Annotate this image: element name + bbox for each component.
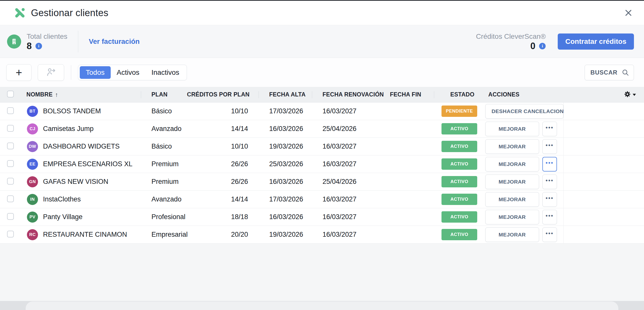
row-gutter [564, 138, 644, 155]
modal-header: Gestionar clientes [0, 1, 644, 25]
renewal-date-cell: 25/04/2026 [312, 178, 379, 186]
row-checkbox[interactable] [7, 231, 14, 237]
row-checkbox[interactable] [7, 125, 14, 132]
stats-bar: Total clientes 8 i Ver facturación Crédi… [0, 25, 644, 58]
search-input[interactable]: BUSCAR [585, 65, 634, 80]
credits-cell: 14/14 [189, 125, 259, 133]
start-date-cell: 16/03/2026 [259, 178, 312, 186]
filter-tab-inactivos[interactable]: Inactivos [145, 66, 185, 79]
invite-user-button[interactable] [38, 64, 64, 81]
row-checkbox[interactable] [7, 143, 14, 149]
info-icon[interactable]: i [35, 43, 42, 49]
row-action-button[interactable]: MEJORAR [485, 210, 539, 224]
total-clients-label: Total clientes [27, 32, 67, 41]
row-menu-button[interactable]: ••• [542, 175, 557, 189]
client-avatar: CJ [27, 123, 38, 134]
backdrop-window-card [26, 301, 618, 310]
credits-cell: 18/18 [189, 213, 259, 221]
divider [71, 65, 71, 80]
row-gutter [564, 191, 644, 208]
table-row: EE EMPRESA ESCENARIOS XL Premium 26/26 2… [0, 155, 644, 173]
status-badge: ACTIVO [441, 229, 477, 240]
client-avatar: GN [27, 176, 38, 187]
renewal-date-cell: 16/03/2027 [312, 195, 379, 203]
row-action-button[interactable]: MEJORAR [485, 122, 539, 136]
table-body: BT BOLSOS TANDEM Básico 10/10 17/03/2026… [0, 102, 644, 244]
column-header-acciones: ACCIONES [484, 91, 564, 98]
credits-cell: 10/10 [189, 143, 259, 150]
credits-value: 0 [530, 42, 535, 51]
status-badge: PENDIENTE [441, 106, 477, 117]
row-action-button[interactable]: MEJORAR [485, 227, 539, 242]
select-all-checkbox[interactable] [7, 91, 14, 97]
row-checkbox[interactable] [7, 107, 14, 114]
row-action-button[interactable]: DESHACER CANCELACION [485, 104, 564, 119]
start-date-cell: 19/03/2026 [259, 143, 312, 150]
info-icon[interactable]: i [539, 43, 546, 49]
close-icon[interactable] [622, 7, 634, 19]
status-badge: ACTIVO [441, 211, 477, 223]
start-date-cell: 17/03/2026 [259, 195, 312, 203]
status-badge: ACTIVO [441, 123, 477, 134]
column-header-estado: ESTADO [434, 91, 484, 98]
renewal-date-cell: 16/03/2027 [312, 160, 379, 168]
sort-asc-icon: ↑ [55, 91, 58, 98]
app-logo-icon [14, 7, 26, 19]
filter-tab-activos[interactable]: Activos [111, 66, 145, 79]
row-menu-button[interactable]: ••• [542, 192, 557, 207]
chevron-down-icon [633, 92, 636, 97]
column-header-creditos[interactable]: CRÉDITOS POR PLAN [189, 91, 259, 98]
status-badge: ACTIVO [441, 194, 477, 205]
row-menu-button[interactable]: ••• [542, 157, 557, 171]
table-row: BT BOLSOS TANDEM Básico 10/10 17/03/2026… [0, 102, 644, 120]
view-billing-link[interactable]: Ver facturación [89, 38, 140, 46]
row-menu-button[interactable]: ••• [542, 139, 557, 154]
start-date-cell: 16/03/2026 [259, 213, 312, 221]
row-action-button[interactable]: MEJORAR [485, 192, 539, 207]
row-menu-button[interactable]: ••• [542, 227, 557, 242]
column-header-fecha-alta[interactable]: FECHA ALTA [259, 91, 312, 98]
add-client-button[interactable]: + [6, 64, 31, 81]
row-checkbox[interactable] [7, 213, 14, 220]
row-menu-button[interactable]: ••• [542, 122, 557, 136]
plan-cell: Avanzado [141, 125, 189, 133]
row-action-button[interactable]: MEJORAR [485, 157, 539, 171]
client-avatar: RC [27, 229, 38, 240]
table-row: CJ Camisetas Jump Avanzado 14/14 16/03/2… [0, 120, 644, 138]
row-action-button[interactable]: MEJORAR [485, 139, 539, 154]
client-name: EMPRESA ESCENARIOS XL [43, 160, 133, 168]
row-checkbox[interactable] [7, 195, 14, 202]
column-header-fecha-fin[interactable]: FECHA FIN [379, 91, 434, 98]
row-gutter [564, 226, 644, 243]
row-checkbox[interactable] [7, 160, 14, 167]
buy-credits-button[interactable]: Contratar créditos [558, 33, 634, 50]
renewal-date-cell: 16/03/2027 [312, 143, 379, 150]
client-avatar: EE [27, 159, 38, 170]
status-filter: Todos Activos Inactivos [78, 65, 187, 80]
start-date-cell: 17/03/2026 [259, 107, 312, 115]
row-menu-button[interactable]: ••• [542, 210, 557, 224]
row-gutter [564, 173, 644, 190]
row-gutter [564, 155, 644, 173]
client-avatar: IN [27, 194, 38, 205]
row-checkbox[interactable] [7, 178, 14, 185]
credits-cell: 26/26 [189, 178, 259, 186]
search-icon [622, 69, 629, 76]
row-gutter [564, 208, 644, 226]
column-header-plan[interactable]: PLAN [141, 91, 189, 98]
row-action-button[interactable]: MEJORAR [485, 175, 539, 189]
renewal-date-cell: 16/03/2027 [312, 107, 379, 115]
renewal-date-cell: 16/03/2027 [312, 213, 379, 221]
column-settings-button[interactable] [564, 91, 644, 99]
start-date-cell: 19/03/2026 [259, 231, 312, 238]
credits-label: Créditos CleverScan® [476, 32, 546, 41]
client-name: Panty Village [43, 213, 83, 221]
credits-cell: 10/10 [189, 107, 259, 115]
person-add-icon [45, 67, 57, 78]
column-header-fecha-renovacion[interactable]: FECHA RENOVACIÓN [312, 91, 379, 98]
toolbar: + Todos Activos Inactivos BUSCAR [0, 58, 644, 87]
filter-tab-todos[interactable]: Todos [80, 66, 111, 79]
column-header-nombre[interactable]: NOMBRE↑ [19, 91, 141, 98]
credits-cell: 26/26 [189, 160, 259, 168]
divider [78, 31, 78, 52]
